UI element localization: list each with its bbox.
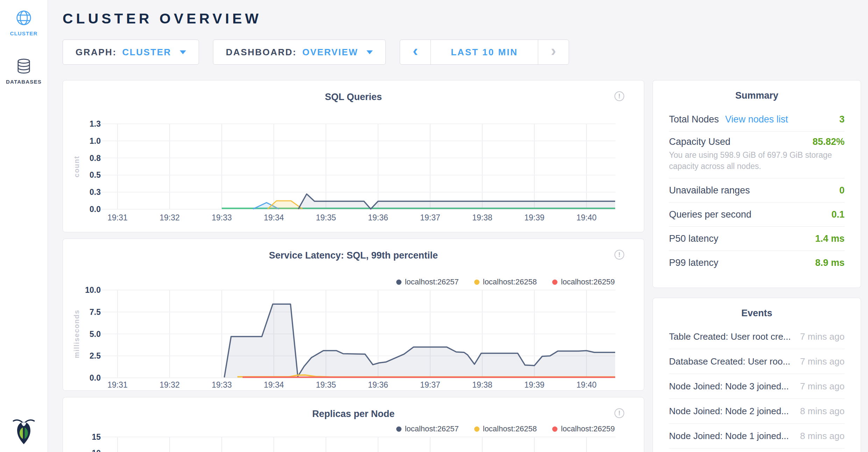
dashboard-dropdown[interactable]: DASHBOARD: OVERVIEW: [213, 40, 386, 65]
svg-text:19:35: 19:35: [316, 213, 336, 222]
event-text: Table Created: User root cre...: [669, 331, 791, 342]
svg-text:0.0: 0.0: [90, 205, 101, 214]
dashboard-dropdown-label: DASHBOARD:: [226, 47, 297, 58]
legend-item[interactable]: localhost:26257: [396, 424, 459, 433]
summary-panel: Summary Total Nodes View nodes list 3 Ca…: [653, 80, 861, 288]
graph-dropdown-label: GRAPH:: [76, 47, 117, 58]
legend-item[interactable]: localhost:26257: [396, 277, 459, 287]
graph-dropdown-value: CLUSTER: [122, 47, 171, 58]
event-row: Table Created: User root cre... 7 mins a…: [669, 324, 845, 349]
event-time: 7 mins ago: [800, 356, 845, 367]
summary-label: Unavailable ranges: [669, 185, 750, 196]
events-title: Events: [669, 306, 845, 319]
time-range-selector: ‹ LAST 10 MIN ›: [400, 40, 569, 65]
summary-label: P50 latency: [669, 233, 718, 244]
chart-legend: localhost:26257localhost:26258localhost:…: [396, 277, 615, 287]
svg-text:19:35: 19:35: [316, 380, 336, 389]
time-next-button[interactable]: ›: [538, 40, 569, 64]
legend-label: localhost:26258: [483, 277, 537, 287]
chevron-down-icon: [367, 50, 373, 54]
legend-item[interactable]: localhost:26259: [552, 424, 615, 433]
view-nodes-link[interactable]: View nodes list: [725, 114, 788, 125]
svg-text:5.0: 5.0: [90, 330, 101, 339]
chart-legend: localhost:26257localhost:26258localhost:…: [396, 424, 615, 433]
summary-row: Unavailable ranges 0: [669, 178, 845, 203]
cockroachdb-logo: [12, 416, 35, 448]
sidebar-item-databases[interactable]: DATABASES: [0, 58, 48, 85]
svg-text:19:37: 19:37: [420, 213, 440, 222]
svg-text:count: count: [73, 156, 80, 177]
controls-bar: GRAPH: CLUSTER DASHBOARD: OVERVIEW ‹ LAS…: [63, 40, 861, 65]
charts-column: SQL Queries ! 0.00.30.50.81.01.319:3119:…: [63, 80, 644, 452]
event-row: Database Created: User roo... 7 mins ago: [669, 349, 845, 374]
time-range-value[interactable]: LAST 10 MIN: [431, 40, 538, 64]
database-icon: [16, 58, 32, 74]
time-prev-button[interactable]: ‹: [400, 40, 431, 64]
event-time: 7 mins ago: [800, 381, 845, 392]
summary-label: Total Nodes: [669, 114, 719, 125]
summary-label: Capacity Used: [669, 136, 731, 147]
legend-label: localhost:26258: [483, 424, 537, 433]
svg-text:1.3: 1.3: [90, 119, 101, 128]
event-row: Node Joined: Node 3 joined... 7 mins ago: [669, 374, 845, 399]
summary-value: 85.82%: [812, 136, 845, 147]
svg-text:0.0: 0.0: [90, 373, 101, 382]
event-row: Node Joined: Node 2 joined... 8 mins ago: [669, 399, 845, 424]
svg-text:19:39: 19:39: [524, 380, 545, 389]
legend-label: localhost:26259: [561, 277, 615, 287]
globe-icon: [16, 10, 32, 26]
svg-text:19:39: 19:39: [524, 213, 545, 222]
svg-text:19:31: 19:31: [107, 380, 128, 389]
summary-value: 0: [839, 185, 845, 196]
events-panel: Events Table Created: User root cre... 7…: [653, 298, 861, 452]
summary-value: 0.1: [831, 209, 845, 220]
sidebar-item-cluster[interactable]: CLUSTER: [0, 10, 48, 36]
sidebar: CLUSTER DATABASES: [0, 0, 48, 452]
chart-plot-area[interactable]: 0.02.55.07.510.019:3119:3219:3319:3419:3…: [63, 239, 644, 390]
event-time: 8 mins ago: [800, 431, 845, 442]
svg-text:1.0: 1.0: [90, 136, 101, 146]
svg-text:19:36: 19:36: [368, 213, 388, 222]
chart-card-replicas-per-node: Replicas per Node ! 1510localhost:26257l…: [63, 397, 644, 452]
page-title: CLUSTER OVERVIEW: [63, 10, 861, 27]
legend-item[interactable]: localhost:26258: [474, 424, 537, 433]
summary-label: Queries per second: [669, 209, 752, 220]
chart-plot-area[interactable]: 0.00.30.50.81.01.319:3119:3219:3319:3419…: [63, 80, 644, 232]
event-text: Database Created: User roo...: [669, 356, 790, 367]
svg-text:19:34: 19:34: [264, 213, 284, 222]
legend-item[interactable]: localhost:26258: [474, 277, 537, 287]
svg-text:15: 15: [92, 432, 101, 442]
svg-text:7.5: 7.5: [90, 308, 101, 317]
legend-dot-icon: [396, 280, 401, 285]
dashboard-content: SQL Queries ! 0.00.30.50.81.01.319:3119:…: [63, 80, 861, 452]
svg-text:10.0: 10.0: [85, 285, 101, 295]
legend-label: localhost:26257: [405, 277, 459, 287]
events-list: Table Created: User root cre... 7 mins a…: [669, 324, 845, 449]
svg-text:19:33: 19:33: [212, 380, 232, 389]
legend-label: localhost:26257: [405, 424, 459, 433]
graph-dropdown[interactable]: GRAPH: CLUSTER: [63, 40, 199, 65]
summary-row: Queries per second 0.1: [669, 203, 845, 227]
legend-dot-icon: [552, 426, 557, 432]
event-time: 7 mins ago: [800, 331, 845, 342]
right-column: Summary Total Nodes View nodes list 3 Ca…: [653, 80, 861, 452]
svg-text:0.8: 0.8: [90, 154, 101, 163]
legend-item[interactable]: localhost:26259: [552, 277, 615, 287]
sidebar-item-label: DATABASES: [6, 79, 42, 85]
legend-dot-icon: [552, 280, 557, 285]
svg-text:0.5: 0.5: [90, 170, 101, 179]
legend-dot-icon: [396, 426, 401, 432]
svg-text:0.3: 0.3: [90, 188, 101, 197]
svg-text:19:38: 19:38: [472, 213, 492, 222]
event-row: Node Joined: Node 1 joined... 8 mins ago: [669, 424, 845, 449]
svg-text:19:37: 19:37: [420, 380, 440, 389]
svg-text:19:36: 19:36: [368, 380, 388, 389]
summary-row-capacity: Capacity Used 85.82% You are using 598.9…: [669, 132, 845, 178]
summary-value: 3: [839, 114, 845, 125]
svg-text:milliseconds: milliseconds: [73, 310, 80, 358]
svg-text:2.5: 2.5: [90, 351, 101, 360]
svg-text:10: 10: [92, 449, 101, 452]
summary-value: 1.4 ms: [815, 233, 845, 244]
summary-label: P99 latency: [669, 257, 718, 268]
main-content: CLUSTER OVERVIEW GRAPH: CLUSTER DASHBOAR…: [48, 0, 868, 452]
